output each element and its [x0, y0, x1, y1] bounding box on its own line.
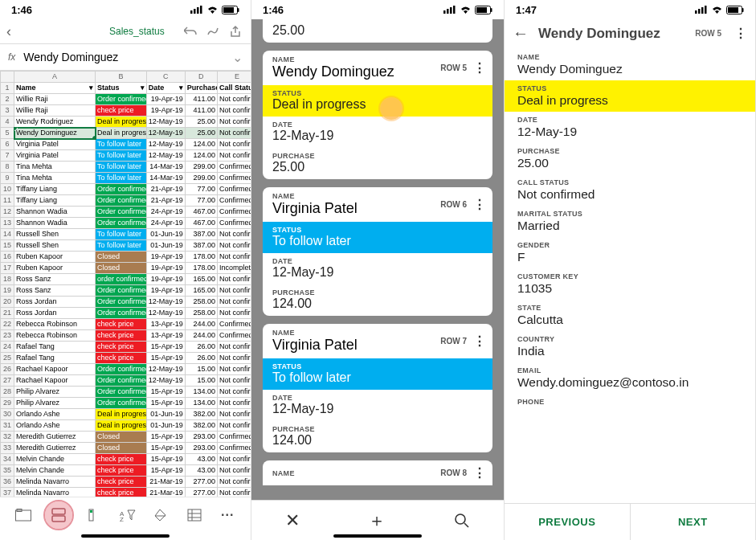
table-row[interactable]: 15Russell ShenTo follow later01-Jun-1938… [1, 240, 251, 252]
detail-field[interactable]: STATECalcutta [505, 300, 755, 331]
table-row[interactable]: 35Melvin Chandecheck price15-Apr-1943.00… [1, 465, 251, 477]
record-card[interactable]: NAMEVirginia PatelROW 6⋮STATUSTo follow … [263, 187, 492, 316]
row-indicator: ROW 8 [440, 468, 467, 477]
table-row[interactable]: 6Virginia PatelTo follow later12-May-191… [1, 139, 251, 150]
more-vert-icon[interactable]: ⋮ [467, 465, 488, 481]
detail-field[interactable]: PURCHASE25.00 [505, 143, 755, 174]
table-row[interactable]: 18Ross Sanzorder confirmed19-Apr-19165.0… [1, 274, 251, 285]
detail-field[interactable]: NAMEWendy Dominguez [505, 49, 755, 80]
table-row[interactable]: 36Melinda Navarrocheck price21-Mar-19277… [1, 477, 251, 488]
home-indicator[interactable] [333, 534, 422, 538]
svg-rect-33 [728, 7, 738, 13]
home-indicator[interactable] [81, 534, 170, 538]
table-row[interactable]: 17Ruben KapoorClosed19-Apr-19178.00Incom… [1, 263, 251, 274]
table-row[interactable]: 16Ruben KapoorClosed19-Apr-19178.00Not c… [1, 252, 251, 263]
color-icon[interactable] [84, 504, 106, 526]
share-icon[interactable] [229, 25, 242, 38]
prev-button[interactable]: PREVIOUS [505, 504, 631, 540]
screen-card-list: 1:46 25.00 NAMEWendy DominguezROW 5⋮STAT… [251, 0, 505, 540]
back-arrow-icon[interactable]: ← [513, 24, 529, 43]
next-button[interactable]: NEXT [631, 504, 756, 540]
status-time: 1:47 [516, 4, 537, 16]
more-vert-icon[interactable]: ⋮ [467, 197, 488, 212]
table-row[interactable]: 31Orlando AsheDeal in progress01-Jun-193… [1, 420, 251, 432]
svg-line-27 [464, 523, 468, 527]
table-row[interactable]: 30Orlando AsheDeal in progress01-Jun-193… [1, 409, 251, 420]
svg-rect-28 [695, 10, 697, 14]
table-row[interactable]: 32Meredith GutierrezClosed15-Apr-19293.0… [1, 432, 251, 443]
svg-rect-34 [742, 8, 744, 12]
detail-field[interactable]: CUSTOMER KEY11035 [505, 268, 755, 300]
spreadsheet-grid[interactable]: ABCDE1Name ▾Status ▾Date ▾Purchase ▾Call… [0, 71, 251, 540]
record-card[interactable]: NAMEWendy DominguezROW 5⋮STATUSDeal in p… [263, 51, 492, 179]
fill-icon[interactable] [149, 504, 172, 526]
ios-status-bar: 1:47 [505, 0, 755, 19]
table-row[interactable]: 7Virginia PatelTo follow later12-May-191… [1, 150, 251, 162]
detail-field[interactable]: MARITAL STATUSMarried [505, 206, 755, 237]
table-row[interactable]: 34Melvin Chandecheck price15-Apr-1943.00… [1, 454, 251, 465]
formula-bar[interactable]: fx Wendy Dominguez ⌄ [0, 43, 251, 71]
table-row[interactable]: 22Rebecca Robinsoncheck price13-Apr-1924… [1, 319, 251, 330]
status-time: 1:46 [11, 4, 32, 16]
record-card[interactable]: NAMEVirginia PatelROW 7⋮STATUSTo follow … [263, 324, 492, 452]
tap-indicator-icon [380, 97, 403, 120]
table-row[interactable]: 2Willie RajiOrder confirmed19-Apr-19411.… [1, 94, 251, 105]
svg-text:Z: Z [120, 516, 124, 522]
undo-icon[interactable] [184, 26, 197, 37]
close-icon[interactable]: ✕ [285, 510, 300, 531]
svg-rect-19 [443, 10, 446, 14]
table-row[interactable]: 33Meredith GutierrezClosed15-Apr-19293.0… [1, 443, 251, 454]
svg-rect-24 [476, 7, 487, 13]
detail-field[interactable]: CALL STATUSNot confirmed [505, 174, 755, 206]
more-vert-icon[interactable]: ⋮ [467, 333, 488, 349]
status-icons [190, 6, 239, 14]
table-row[interactable]: 11Tiffany LiangOrder confirmed21-Apr-197… [1, 195, 251, 207]
row-indicator: ROW 5 [695, 29, 721, 38]
chevron-down-icon[interactable]: ⌄ [232, 50, 243, 65]
more-vert-icon[interactable]: ⋮ [728, 26, 749, 41]
detail-header: ← Wendy Dominguez ROW 5 ⋮ [505, 19, 755, 47]
table-row[interactable]: 5Wendy DominguezDeal in progress12-May-1… [1, 128, 251, 139]
table-row[interactable]: 25Rafael Tangcheck price15-Apr-1926.00No… [1, 353, 251, 364]
table-row[interactable]: 12Shannon WadiaOrder confirmed24-Apr-194… [1, 207, 251, 218]
table-row[interactable]: 29Philip AlvarezOrder confirmed15-Apr-19… [1, 398, 251, 409]
table-row[interactable]: 10Tiffany LiangOrder confirmed21-Apr-197… [1, 184, 251, 195]
svg-rect-15 [188, 509, 201, 521]
table-row[interactable]: 4Wendy RodriguezDeal in progress12-May-1… [1, 117, 251, 128]
table-row[interactable]: 8Tina MehtaTo follow later14-Mar-19299.0… [1, 162, 251, 173]
table-row[interactable]: 19Ross SanzOrder confirmed19-Apr-19165.0… [1, 285, 251, 297]
back-icon[interactable]: ‹ [6, 23, 11, 40]
detail-field[interactable]: STATUSDeal in progress [505, 80, 755, 112]
detail-field[interactable]: GENDERF [505, 237, 755, 268]
ios-status-bar: 1:46 [0, 0, 251, 19]
detail-field[interactable]: PHONE [505, 394, 755, 411]
search-icon[interactable] [454, 513, 470, 529]
card-partial-top[interactable]: 25.00 [263, 19, 492, 43]
table-row[interactable]: 3Willie Rajicheck price19-Apr-19411.00No… [1, 105, 251, 117]
table-row[interactable]: 23Rebecca Robinsoncheck price13-Apr-1924… [1, 330, 251, 342]
filter-icon[interactable]: AZ [116, 504, 139, 526]
detail-field[interactable]: EMAILWendy.dominguez@contoso.in [505, 362, 755, 394]
table-icon[interactable] [183, 504, 206, 526]
card-view-icon[interactable] [45, 501, 72, 529]
table-row[interactable]: 28Philip AlvarezOrder confirmed15-Apr-19… [1, 387, 251, 398]
overflow-icon[interactable]: ··· [216, 504, 239, 526]
status-icons [443, 6, 492, 14]
status-time: 1:46 [263, 4, 284, 16]
table-row[interactable]: 26Rachael KapoorOrder confirmed12-May-19… [1, 364, 251, 375]
table-row[interactable]: 14Russell ShenTo follow later01-Jun-1938… [1, 229, 251, 240]
card-partial-bottom[interactable]: NAME ROW 8 ⋮ [263, 460, 492, 485]
detail-field[interactable]: COUNTRYIndia [505, 331, 755, 362]
table-row[interactable]: 9Tina MehtaTo follow later14-Mar-19299.0… [1, 173, 251, 184]
add-icon[interactable]: ＋ [368, 509, 386, 533]
table-row[interactable]: 21Ross JordanOrder confirmed12-May-19258… [1, 308, 251, 319]
more-vert-icon[interactable]: ⋮ [467, 60, 488, 76]
table-row[interactable]: 27Rachael KapoorOrder confirmed12-May-19… [1, 375, 251, 387]
ios-status-bar: 1:46 [251, 0, 504, 19]
table-row[interactable]: 24Rafael Tangcheck price15-Apr-1926.00No… [1, 342, 251, 353]
detail-field[interactable]: DATE12-May-19 [505, 112, 755, 143]
table-row[interactable]: 13Shannon WadiaOrder confirmed24-Apr-194… [1, 218, 251, 229]
sheets-tab-icon[interactable] [12, 504, 35, 526]
draw-icon[interactable] [206, 25, 219, 38]
table-row[interactable]: 20Ross JordanOrder confirmed12-May-19258… [1, 297, 251, 308]
